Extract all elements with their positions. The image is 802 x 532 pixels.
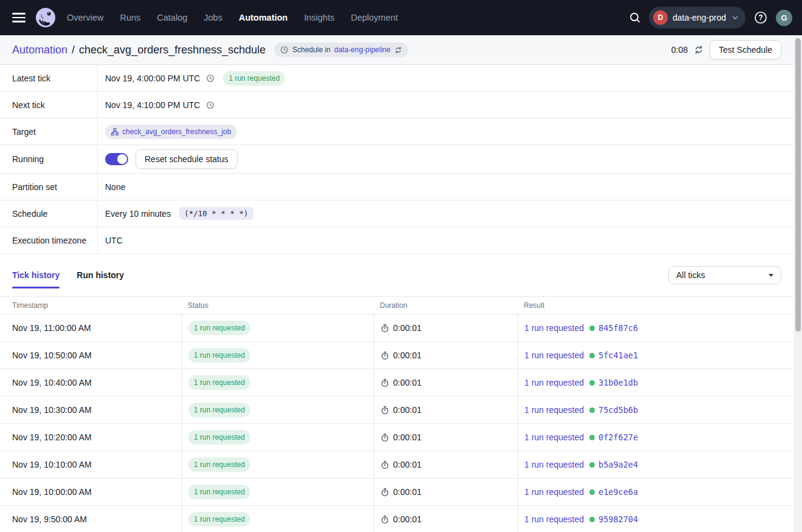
tick-status-badge: 1 run requested [188,403,250,417]
run-status-dot [589,353,595,358]
run-requested-link[interactable]: 1 run requested [524,460,584,469]
dagster-logo-icon[interactable] [35,7,56,28]
latest-tick-status-badge: 1 run requested [223,71,285,86]
next-tick-row: Next tick Nov 19, 4:10:00 PM UTC [0,92,793,118]
reset-schedule-status-button[interactable]: Reset schedule status [135,149,238,169]
tab-tick-history[interactable]: Tick history [12,270,60,280]
schedule-row: Schedule Every 10 minutes (*/10 * * * *) [0,200,793,227]
schedule-location-badge: Schedule in data-eng-pipeline [274,43,408,57]
tick-duration: 0:00:01 [393,323,422,333]
next-tick-time: Nov 19, 4:10:00 PM UTC [105,100,200,110]
nav-item-insights[interactable]: Insights [304,13,334,22]
latest-tick-label: Latest tick [0,65,98,91]
stopwatch-icon [380,378,389,387]
run-id-link[interactable]: 75cd5b6b [598,405,638,415]
run-id-link[interactable]: 5fc41ae1 [598,350,638,360]
run-status-dot [589,380,595,386]
workspace-switcher[interactable]: D data-eng-prod [649,7,745,29]
run-requested-link[interactable]: 1 run requested [524,487,584,497]
clock-icon [206,74,214,83]
nav-item-jobs[interactable]: Jobs [204,13,222,22]
latest-tick-time: Nov 19, 4:00:00 PM UTC [105,73,200,83]
nav-item-deployment[interactable]: Deployment [351,13,397,22]
run-id-link[interactable]: e1e9ce6a [598,487,638,497]
tick-filter-select[interactable]: All ticks [668,266,781,284]
scrollbar-track [793,35,802,532]
reload-icon[interactable] [394,46,402,54]
tick-duration: 0:00:01 [393,432,422,442]
nav-item-catalog[interactable]: Catalog [157,13,187,22]
breadcrumb-bar: Automation / check_avg_orders_freshness_… [0,35,793,65]
clock-icon [280,46,289,54]
stopwatch-icon [380,324,389,333]
tick-status-badge: 1 run requested [188,430,250,445]
tick-timestamp: Nov 19, 10:20:00 AM [0,424,182,451]
refresh-countdown: 0:08 [671,45,688,55]
tick-table-row: Nov 19, 10:20:00 AM 1 run requested 0:00… [0,424,793,451]
partition-set-value: None [105,182,125,192]
stopwatch-icon [380,433,389,442]
breadcrumb-automation-link[interactable]: Automation [12,44,67,56]
tick-status-badge: 1 run requested [188,375,250,390]
menu-icon[interactable] [12,13,26,22]
history-tabs-row: Tick history Run history All ticks [0,254,793,296]
run-requested-link[interactable]: 1 run requested [524,432,584,442]
code-location-link[interactable]: data-eng-pipeline [334,46,391,54]
search-icon[interactable] [629,12,641,24]
schedule-value: Every 10 minutes [105,209,171,219]
user-avatar[interactable]: G [776,10,792,26]
stopwatch-icon [380,351,389,360]
partition-set-row: Partition set None [0,174,793,200]
run-status-dot [589,435,595,440]
run-id-link[interactable]: 95982704 [598,514,638,524]
tick-timestamp: Nov 19, 9:50:00 AM [0,506,182,532]
nav-item-runs[interactable]: Runs [120,13,140,22]
tab-run-history[interactable]: Run history [77,270,124,280]
tick-table-row: Nov 19, 10:30:00 AM 1 run requested 0:00… [0,397,793,424]
run-status-dot [589,326,595,331]
run-id-link[interactable]: 0f2f627e [598,432,638,442]
stopwatch-icon [380,515,389,524]
help-icon[interactable]: ? [753,10,768,25]
tick-timestamp: Nov 19, 10:00:00 AM [0,479,182,505]
stopwatch-icon [380,488,389,497]
stopwatch-icon [380,460,389,469]
run-requested-link[interactable]: 1 run requested [524,378,584,387]
col-header-timestamp: Timestamp [0,297,182,314]
run-id-link[interactable]: b5a9a2e4 [598,460,638,469]
nav-item-automation[interactable]: Automation [239,13,288,22]
run-id-link[interactable]: 31b0e1db [598,378,638,387]
target-job-link[interactable]: check_avg_orders_freshness_job [105,124,237,139]
chevron-down-icon [731,13,739,22]
scrollbar-thumb[interactable] [795,38,801,332]
svg-text:?: ? [758,13,763,22]
cron-expression: (*/10 * * * *) [179,207,253,220]
refresh-icon[interactable] [694,45,704,55]
tick-table-header: Timestamp Status Duration Result [0,296,793,315]
tick-duration: 0:00:01 [393,487,422,497]
col-header-status: Status [182,297,374,314]
run-status-dot [589,517,595,522]
run-status-dot [589,408,595,413]
stopwatch-icon [380,406,389,415]
target-row: Target check_avg_orders_freshness_job [0,118,793,145]
partition-set-label: Partition set [0,174,98,200]
tick-table-body: Nov 19, 11:00:00 AM 1 run requested 0:00… [0,315,802,532]
tick-duration: 0:00:01 [393,460,422,469]
running-row: Running Reset schedule status [0,145,793,174]
running-toggle[interactable] [105,153,128,165]
latest-tick-row: Latest tick Nov 19, 4:00:00 PM UTC 1 run… [0,65,793,92]
run-requested-link[interactable]: 1 run requested [524,405,584,415]
tick-duration: 0:00:01 [393,378,422,387]
nav-item-overview[interactable]: Overview [67,13,103,22]
run-requested-link[interactable]: 1 run requested [524,514,584,524]
test-schedule-button[interactable]: Test Schedule [710,40,781,60]
caret-down-icon [769,274,773,277]
job-graph-icon [111,128,118,135]
col-header-duration: Duration [374,297,518,314]
tick-table-row: Nov 19, 10:10:00 AM 1 run requested 0:00… [0,451,793,479]
run-requested-link[interactable]: 1 run requested [524,323,584,333]
tick-timestamp: Nov 19, 10:30:00 AM [0,397,182,423]
run-requested-link[interactable]: 1 run requested [524,350,584,360]
run-id-link[interactable]: 845f87c6 [598,323,638,333]
